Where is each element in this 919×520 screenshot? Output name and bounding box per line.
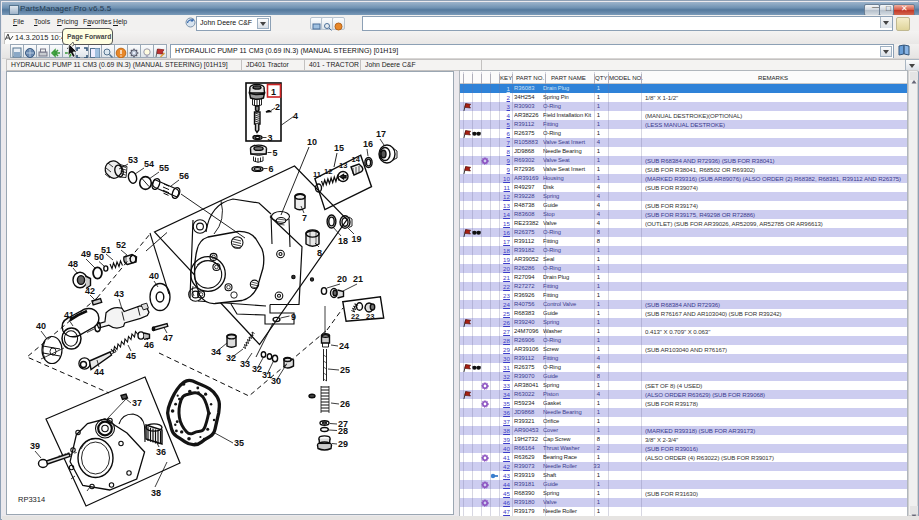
svg-text:RP3314: RP3314 (18, 495, 45, 504)
svg-text:1: 1 (271, 87, 276, 97)
svg-text:20: 20 (337, 274, 347, 284)
svg-text:24: 24 (339, 341, 349, 351)
svg-text:8: 8 (317, 248, 322, 258)
svg-text:3: 3 (268, 133, 273, 143)
svg-text:15: 15 (334, 143, 344, 153)
svg-text:40: 40 (36, 321, 46, 331)
svg-text:5: 5 (273, 148, 278, 158)
svg-text:37: 37 (132, 398, 142, 408)
svg-text:52: 52 (116, 240, 126, 250)
svg-text:11: 11 (313, 170, 321, 179)
svg-text:29: 29 (338, 439, 348, 449)
svg-text:46: 46 (144, 340, 154, 350)
svg-text:19: 19 (352, 234, 362, 244)
svg-text:14: 14 (352, 155, 361, 164)
svg-text:43: 43 (114, 289, 124, 299)
svg-text:42: 42 (85, 286, 95, 296)
svg-text:17: 17 (376, 129, 386, 139)
svg-text:21: 21 (353, 274, 363, 284)
svg-text:55: 55 (159, 163, 169, 173)
svg-text:38: 38 (151, 488, 161, 498)
svg-text:28: 28 (338, 426, 348, 436)
svg-text:36: 36 (156, 447, 166, 457)
svg-text:40: 40 (149, 271, 159, 281)
svg-text:41: 41 (64, 310, 74, 320)
svg-text:45: 45 (126, 351, 136, 361)
svg-text:6: 6 (269, 164, 274, 174)
svg-text:16: 16 (363, 139, 373, 149)
svg-text:10: 10 (307, 137, 317, 147)
svg-text:2: 2 (275, 102, 280, 112)
svg-text:47: 47 (163, 333, 173, 343)
svg-text:56: 56 (179, 171, 189, 181)
svg-text:7: 7 (302, 213, 307, 223)
svg-text:9: 9 (291, 312, 296, 322)
svg-text:22: 22 (351, 312, 359, 321)
svg-text:53: 53 (128, 155, 138, 165)
svg-text:4: 4 (293, 111, 298, 121)
svg-text:51: 51 (101, 245, 111, 255)
svg-text:23: 23 (366, 312, 374, 321)
svg-text:25: 25 (340, 365, 350, 375)
svg-text:12: 12 (324, 167, 332, 176)
svg-text:48: 48 (68, 259, 78, 269)
svg-text:35: 35 (234, 438, 244, 448)
svg-text:26: 26 (340, 399, 350, 409)
svg-text:44: 44 (94, 367, 104, 377)
svg-text:18: 18 (338, 236, 348, 246)
svg-text:13: 13 (339, 161, 347, 170)
svg-text:39: 39 (30, 441, 40, 451)
svg-text:54: 54 (144, 159, 154, 169)
svg-text:49: 49 (81, 249, 91, 259)
